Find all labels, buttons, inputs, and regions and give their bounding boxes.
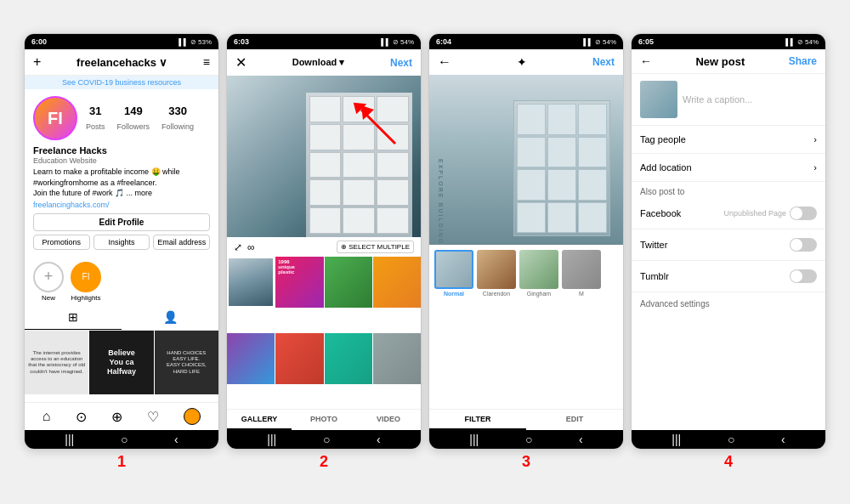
promotions-button[interactable]: Promotions: [33, 235, 90, 250]
thumb-8[interactable]: [373, 333, 421, 384]
profile-name: Freelance Hacks: [33, 145, 210, 156]
twitter-toggle[interactable]: [790, 238, 817, 252]
filter-m[interactable]: M: [562, 250, 601, 297]
covid-banner[interactable]: See COVID-19 business resources: [25, 76, 218, 89]
thumb-7[interactable]: [325, 333, 372, 384]
filter-preview: EXPLORE BUILDING: [429, 75, 623, 245]
caption-input[interactable]: Write a caption...: [683, 94, 817, 105]
android-home-icon[interactable]: ○: [121, 433, 128, 446]
thumb-5[interactable]: [227, 333, 275, 384]
tab-gallery[interactable]: GALLERY: [227, 410, 292, 430]
profile-link[interactable]: freelancinghacks.com/: [33, 201, 210, 209]
username-display[interactable]: freelancehacks ∨: [76, 56, 167, 69]
android-back-icon-2[interactable]: ‹: [377, 433, 381, 446]
posts-stat: 31 Posts: [86, 105, 105, 133]
thumb-6[interactable]: [275, 333, 323, 384]
gallery-controls: ⤢ ∞ ⊕ SELECT MULTIPLE: [227, 237, 421, 257]
thumb-4[interactable]: [373, 257, 421, 308]
add-icon[interactable]: ⊕: [111, 409, 122, 425]
profile-nav-avatar[interactable]: [184, 408, 201, 425]
add-post-icon[interactable]: +: [33, 54, 41, 70]
download-selector[interactable]: Download ▾: [292, 57, 345, 68]
profile-section: FI 31 Posts 149 Followers 330 Following: [25, 89, 218, 258]
thumb-2[interactable]: 1996uniqueplastic: [275, 257, 323, 308]
status-icons-2: ▌▌ ⊘ 54%: [381, 38, 414, 46]
search-icon[interactable]: ⊙: [76, 409, 87, 425]
status-time-1: 6:00: [31, 37, 47, 46]
new-post-topbar: ← New post Share: [632, 49, 825, 74]
highlights-circle: FI: [71, 262, 101, 292]
caption-row: Write a caption...: [632, 74, 825, 126]
android-menu-icon[interactable]: |||: [65, 433, 74, 446]
avatar-stats-row: FI 31 Posts 149 Followers 330 Following: [33, 96, 210, 140]
facebook-toggle[interactable]: [790, 207, 817, 220]
status-bar-1: 6:00 ▌▌ ⊘ 53%: [25, 34, 218, 49]
facebook-item[interactable]: Facebook Unpublished Page: [632, 198, 825, 229]
back-button-4[interactable]: ←: [640, 54, 652, 68]
building-windows: [306, 93, 412, 237]
android-back-icon[interactable]: ‹: [174, 433, 178, 446]
filter-gingham[interactable]: Gingham: [519, 250, 558, 297]
share-button[interactable]: Share: [789, 55, 817, 67]
post-thumbnail: [640, 81, 677, 118]
new-highlight-circle: +: [33, 262, 64, 292]
tab-video[interactable]: VIDEO: [356, 410, 421, 430]
tab-edit[interactable]: EDIT: [526, 410, 623, 430]
android-nav-2: ||| ○ ‹: [227, 430, 421, 449]
thumb-3[interactable]: [325, 257, 372, 308]
grid-cell-2: BelieveYou caHalfway: [89, 331, 153, 394]
next-button-2[interactable]: Next: [390, 57, 412, 69]
tumblr-toggle[interactable]: [790, 269, 817, 283]
tab-tagged[interactable]: 👤: [122, 305, 218, 330]
status-icons-3: ▌▌ ⊘ 54%: [583, 38, 616, 46]
add-location-item[interactable]: Add location ›: [632, 154, 825, 182]
android-menu-icon-4[interactable]: |||: [672, 433, 681, 446]
select-multiple-button[interactable]: ⊕ SELECT MULTIPLE: [337, 241, 414, 253]
status-bar-4: 6:05 ▌▌ ⊘ 54%: [632, 34, 825, 49]
heart-icon[interactable]: ♡: [147, 409, 159, 425]
adjust-icon[interactable]: ✦: [517, 55, 527, 69]
gallery-tabs: GALLERY PHOTO VIDEO: [227, 409, 421, 430]
expand-icon[interactable]: ⤢: [234, 241, 242, 253]
advanced-settings[interactable]: Advanced settings: [632, 292, 825, 315]
android-home-icon-3[interactable]: ○: [525, 433, 532, 446]
tab-filter[interactable]: FILTER: [429, 410, 526, 430]
close-button[interactable]: ✕: [235, 54, 246, 71]
menu-icon[interactable]: ≡: [203, 55, 210, 69]
bottom-navbar: ⌂ ⊙ ⊕ ♡: [25, 402, 218, 430]
email-button[interactable]: Email address: [153, 235, 210, 250]
tumblr-item[interactable]: Tumblr: [632, 261, 825, 292]
stats-row: 31 Posts 149 Followers 330 Following: [86, 105, 194, 133]
android-menu-icon-3[interactable]: |||: [469, 433, 479, 446]
filter-normal[interactable]: Normal: [434, 250, 473, 297]
twitter-item[interactable]: Twitter: [632, 229, 825, 261]
android-menu-icon-2[interactable]: |||: [267, 433, 276, 446]
thumb-1[interactable]: [227, 257, 275, 308]
profile-topbar: + freelancehacks ∨ ≡: [25, 49, 218, 76]
edit-profile-button[interactable]: Edit Profile: [33, 213, 210, 231]
insights-button[interactable]: Insights: [94, 235, 150, 250]
tag-people-item[interactable]: Tag people ›: [632, 126, 825, 154]
layers-icon[interactable]: ∞: [247, 241, 255, 253]
new-highlight[interactable]: + New: [33, 262, 64, 302]
highlights-item[interactable]: FI Highlights: [71, 262, 101, 302]
tab-photo[interactable]: PHOTO: [292, 410, 356, 430]
grid-cell-1: The internet provides access to an educa…: [25, 331, 88, 394]
filter-thumb-gingham: [519, 250, 558, 289]
tab-grid[interactable]: ⊞: [25, 305, 122, 330]
next-button-3[interactable]: Next: [592, 56, 615, 68]
home-icon[interactable]: ⌂: [42, 409, 51, 424]
back-button-3[interactable]: ←: [438, 54, 451, 70]
android-back-icon-3[interactable]: ‹: [579, 433, 583, 446]
highlights-row: + New FI Highlights: [25, 258, 218, 305]
filter-clarendon[interactable]: Clarendon: [477, 250, 516, 297]
step-2: 2: [320, 453, 328, 471]
status-icons-1: ▌▌ ⊘ 53%: [178, 38, 212, 46]
filter-topbar: ← ✦ Next: [429, 49, 623, 75]
android-home-icon-2[interactable]: ○: [323, 433, 330, 446]
android-back-icon-4[interactable]: ‹: [781, 433, 785, 446]
android-home-icon-4[interactable]: ○: [728, 433, 734, 446]
avatar[interactable]: FI: [33, 96, 77, 140]
status-icons-4: ▌▌ ⊘ 54%: [785, 38, 819, 46]
filter-thumb-clarendon: [477, 250, 516, 289]
